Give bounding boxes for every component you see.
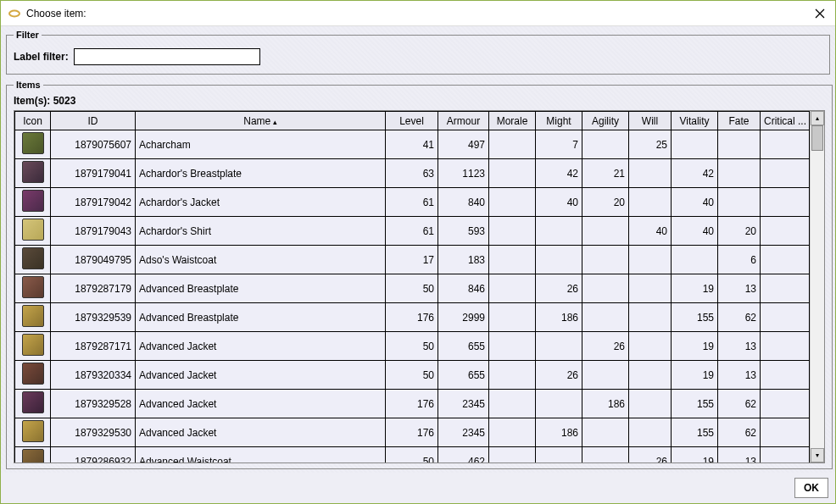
cell-agility [582,246,629,274]
cell-might: 7 [536,130,582,159]
column-header[interactable]: ID [51,112,136,130]
items-group: Items Item(s): 5023 IconIDNameLevelArmou… [6,80,833,469]
column-header[interactable]: Might [536,112,582,130]
cell-armour: 840 [438,188,489,217]
item-icon [22,276,44,298]
item-icon-cell [15,217,51,246]
cell-fate: 13 [718,361,761,390]
column-header[interactable]: Agility [582,112,629,130]
column-header[interactable]: Morale [489,112,536,130]
filter-legend: Filter [14,30,42,40]
cell-level: 176 [386,418,438,447]
cell-name: Achardor's Jacket [136,188,386,217]
column-header[interactable]: Critical ... [761,112,810,130]
cell-will [629,390,672,418]
table-row[interactable]: 1879320334Advanced Jacket50655261913 [15,361,810,390]
item-icon-cell [15,246,51,274]
cell-armour: 846 [438,274,489,303]
cell-id: 1879329530 [51,418,136,447]
table-row[interactable]: 1879179043Achardor's Shirt61593404020 [15,217,810,246]
cell-might: 26 [536,361,582,390]
scroll-down-button[interactable]: ▾ [811,448,824,462]
cell-level: 50 [386,274,438,303]
cell-critical [761,130,810,159]
cell-level: 50 [386,361,438,390]
cell-agility [582,217,629,246]
column-header[interactable]: Icon [15,112,51,130]
filter-row: Label filter: [14,45,822,69]
cell-might: 42 [536,159,582,188]
column-header[interactable]: Level [386,112,438,130]
scroll-thumb[interactable] [811,125,823,151]
app-icon [8,7,21,20]
column-header[interactable]: Will [629,112,672,130]
items-table-container: IconIDNameLevelArmourMoraleMightAgilityW… [14,110,825,463]
table-row[interactable]: 1879286932Advanced Waistcoat50462261913 [15,447,810,463]
cell-id: 1879320334 [51,361,136,390]
cell-name: Advanced Jacket [136,418,386,447]
cell-vitality [672,130,718,159]
cell-name: Advanced Jacket [136,332,386,361]
cell-level: 63 [386,159,438,188]
cell-critical [761,246,810,274]
cell-armour: 497 [438,130,489,159]
cell-id: 1879329539 [51,303,136,332]
cell-fate: 13 [718,332,761,361]
cell-might: 186 [536,303,582,332]
cell-vitality: 19 [672,447,718,463]
cell-armour: 593 [438,217,489,246]
cell-id: 1879329528 [51,390,136,418]
cell-agility: 21 [582,159,629,188]
table-row[interactable]: 1879075607Acharcham41497725 [15,130,810,159]
table-row[interactable]: 1879329528Advanced Jacket176234518615562 [15,390,810,418]
cell-name: Advanced Breastplate [136,274,386,303]
table-row[interactable]: 1879179042Achardor's Jacket61840402040 [15,188,810,217]
cell-will [629,332,672,361]
column-header[interactable]: Armour [438,112,489,130]
cell-critical [761,159,810,188]
cell-level: 50 [386,332,438,361]
column-header[interactable]: Fate [718,112,761,130]
ok-button[interactable]: OK [794,478,828,498]
table-body: 1879075607Acharcham414977251879179041Ach… [15,130,810,463]
cell-critical [761,361,810,390]
cell-agility [582,418,629,447]
cell-name: Achardor's Shirt [136,217,386,246]
item-icon [22,161,44,183]
vertical-scrollbar[interactable]: ▴ ▾ [810,111,824,462]
table-row[interactable]: 1879287171Advanced Jacket50655261913 [15,332,810,361]
scroll-track[interactable] [811,125,824,448]
cell-vitality: 42 [672,159,718,188]
cell-level: 61 [386,217,438,246]
cell-fate: 13 [718,274,761,303]
titlebar: Choose item: [1,1,835,26]
item-icon [22,334,44,356]
table-row[interactable]: 1879179041Achardor's Breastplate63112342… [15,159,810,188]
cell-agility [582,130,629,159]
cell-fate: 13 [718,447,761,463]
cell-vitality: 40 [672,188,718,217]
cell-will: 40 [629,217,672,246]
item-icon [22,391,44,413]
cell-agility [582,303,629,332]
cell-might [536,447,582,463]
cell-critical [761,390,810,418]
cell-level: 41 [386,130,438,159]
table-row[interactable]: 1879287179Advanced Breastplate5084626191… [15,274,810,303]
label-filter-input[interactable] [74,48,260,65]
table-row[interactable]: 1879329539Advanced Breastplate1762999186… [15,303,810,332]
cell-fate [718,188,761,217]
cell-armour: 2345 [438,418,489,447]
table-row[interactable]: 1879049795Adso's Waistcoat171836 [15,246,810,274]
cell-vitality: 19 [672,361,718,390]
close-button[interactable] [811,5,828,22]
cell-agility: 20 [582,188,629,217]
column-header[interactable]: Name [136,112,386,130]
scroll-up-button[interactable]: ▴ [811,111,824,125]
cell-morale [489,246,536,274]
filter-label: Label filter: [14,51,69,63]
close-icon [815,8,825,19]
cell-name: Advanced Jacket [136,390,386,418]
column-header[interactable]: Vitality [672,112,718,130]
table-row[interactable]: 1879329530Advanced Jacket176234518615562 [15,418,810,447]
